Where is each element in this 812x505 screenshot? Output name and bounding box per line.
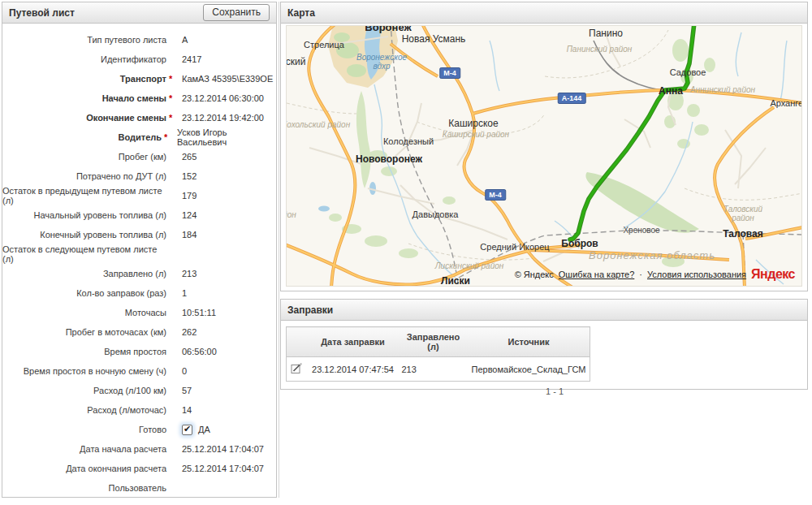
- refuels-table: Дата заправки Заправлено (л) Источник 23…: [286, 326, 590, 382]
- field-row-13: Кол-во заправок (раз)1: [2, 283, 276, 303]
- star-placeholder: [166, 171, 175, 181]
- field-row-2: Транспорт*КамАЗ 45395\Е339ОЕ: [2, 69, 276, 88]
- field-label: Моточасы: [2, 308, 175, 317]
- field-value: 23.12.2014 06:30:00: [182, 93, 264, 103]
- field-label: Расход (л/100 км): [2, 386, 175, 395]
- field-label: Остаток в следующем путевом листе (л): [2, 244, 175, 264]
- star-placeholder: [166, 464, 175, 473]
- field-value: 152: [182, 171, 197, 181]
- field-row-18: Расход (л/100 км)57: [2, 381, 276, 400]
- edit-column-header: [287, 327, 308, 357]
- field-label: Время простоя: [2, 347, 175, 356]
- waybill-panel-title: Путевой лист: [9, 7, 75, 19]
- required-asterisk: *: [166, 74, 175, 84]
- field-value: 184: [182, 230, 197, 240]
- save-button[interactable]: Сохранить: [203, 4, 270, 21]
- ready-checkbox[interactable]: ✔: [182, 425, 192, 435]
- attribution-dot: ·: [639, 270, 642, 279]
- star-placeholder: [166, 244, 175, 264]
- map-report-error-link[interactable]: Ошибка на карте?: [559, 270, 635, 279]
- field-row-17: Время простоя в ночную смену (ч)0: [2, 361, 276, 381]
- column-header-date: Дата заправки: [308, 327, 399, 357]
- field-row-16: Время простоя06:56:00: [2, 342, 276, 361]
- field-value: Усков Игорь Васильевич: [177, 127, 276, 147]
- field-label: Идентификатор: [2, 54, 175, 64]
- field-value: 23.12.2014 19:42:00: [182, 113, 264, 123]
- column-header-amount: Заправлено (л): [399, 327, 469, 357]
- pagination: 1 - 1: [286, 382, 567, 396]
- field-row-9: Начальный уровень топлива (л)124: [2, 205, 276, 225]
- map-panel: Карта: [280, 2, 808, 291]
- refuels-body: Дата заправки Заправлено (л) Источник 23…: [281, 321, 807, 402]
- star-placeholder: [166, 308, 175, 317]
- star-placeholder: [166, 386, 175, 395]
- field-row-7: Потрачено по ДУТ (л)152: [2, 166, 276, 186]
- star-placeholder: [166, 444, 175, 454]
- refuels-panel-header: Заправки: [281, 300, 807, 321]
- star-placeholder: [166, 405, 175, 415]
- road-badge: А-144: [558, 93, 586, 104]
- refuel-source: Первомайское_Склад_ГСМ: [469, 357, 590, 382]
- refuels-header-row: Дата заправки Заправлено (л) Источник: [287, 327, 590, 357]
- field-row-6: Пробег (км)265: [2, 147, 276, 166]
- waybill-form: Тип путевого листаАИдентификатор2417Тран…: [2, 24, 276, 498]
- field-row-8: Остаток в предыдущем путевом листе (л)17…: [2, 186, 276, 205]
- field-value: 124: [182, 210, 197, 220]
- field-label: Расход (л/моточас): [2, 405, 175, 415]
- field-label: Начало смены*: [2, 93, 175, 103]
- field-row-20: Готово✔ДА: [2, 420, 276, 439]
- star-placeholder: [166, 366, 175, 376]
- field-value: 25.12.2014 17:04:07: [182, 444, 264, 454]
- edit-record-icon[interactable]: [291, 362, 303, 376]
- map-panel-title: Карта: [287, 7, 315, 19]
- road-badge: М-4: [485, 189, 506, 201]
- panel-divider: [279, 2, 279, 498]
- field-value: 262: [182, 327, 197, 337]
- map-copyright: © Яндекс: [515, 270, 554, 279]
- field-value: 25.12.2014 17:04:07: [182, 464, 264, 473]
- field-value: А: [182, 35, 188, 45]
- field-value: 06:56:00: [182, 347, 217, 356]
- waybill-panel-header: Путевой лист Сохранить: [2, 2, 276, 24]
- field-label: Пробег в моточасах (км): [2, 327, 175, 337]
- field-row-5: Водитель*Усков Игорь Васильевич: [2, 127, 276, 147]
- star-placeholder: [166, 288, 175, 298]
- field-label: Пробег (км): [2, 152, 175, 162]
- field-row-19: Расход (л/моточас)14: [2, 400, 276, 420]
- field-label: Окончание смены*: [2, 113, 175, 123]
- star-placeholder: [166, 425, 175, 434]
- field-row-23: Пользователь: [2, 478, 276, 498]
- refuel-amount: 213: [399, 357, 469, 382]
- waybill-panel: Путевой лист Сохранить Тип путевого лист…: [2, 2, 277, 498]
- field-value: 57: [182, 386, 192, 395]
- checkbox-caption: ДА: [198, 425, 210, 434]
- field-row-22: Дата окончания расчета25.12.2014 17:04:0…: [2, 459, 276, 478]
- map-terms-link[interactable]: Условия использования: [647, 270, 746, 279]
- field-label: Тип путевого листа: [2, 35, 175, 45]
- field-row-3: Начало смены*23.12.2014 06:30:00: [2, 88, 276, 108]
- field-label: Пользователь: [2, 483, 175, 493]
- star-placeholder: [166, 347, 175, 356]
- field-row-10: Конечный уровень топлива (л)184: [2, 225, 276, 244]
- field-value: 2417: [182, 54, 201, 64]
- refuels-panel: Заправки Дата заправки Заправлено (л) Ис…: [280, 299, 808, 390]
- road-badge: М-4: [439, 67, 460, 79]
- star-placeholder: [166, 210, 175, 220]
- field-label: Потрачено по ДУТ (л): [2, 171, 175, 181]
- refuels-panel-title: Заправки: [287, 304, 333, 316]
- field-row-11: Остаток в следующем путевом листе (л): [2, 244, 276, 264]
- field-label: Транспорт*: [2, 74, 175, 84]
- field-label: Дата начала расчета: [2, 444, 175, 454]
- field-row-4: Окончание смены*23.12.2014 19:42:00: [2, 108, 276, 127]
- field-value: 1: [182, 288, 187, 298]
- star-placeholder: [166, 230, 175, 240]
- field-value: 213: [182, 269, 197, 278]
- field-value: 265: [182, 152, 197, 162]
- star-placeholder: [166, 186, 175, 205]
- field-label: Водитель*: [2, 132, 170, 142]
- field-label: Кол-во заправок (раз): [2, 288, 175, 298]
- field-label: Остаток в предыдущем путевом листе (л): [2, 186, 175, 205]
- map-attribution: © Яндекс Ошибка на карте? · Условия испо…: [515, 267, 795, 282]
- map-artwork: [287, 26, 802, 287]
- map-canvas[interactable]: ВоронежНовая УсманьСтрелицаьскийВоронежс…: [286, 25, 802, 287]
